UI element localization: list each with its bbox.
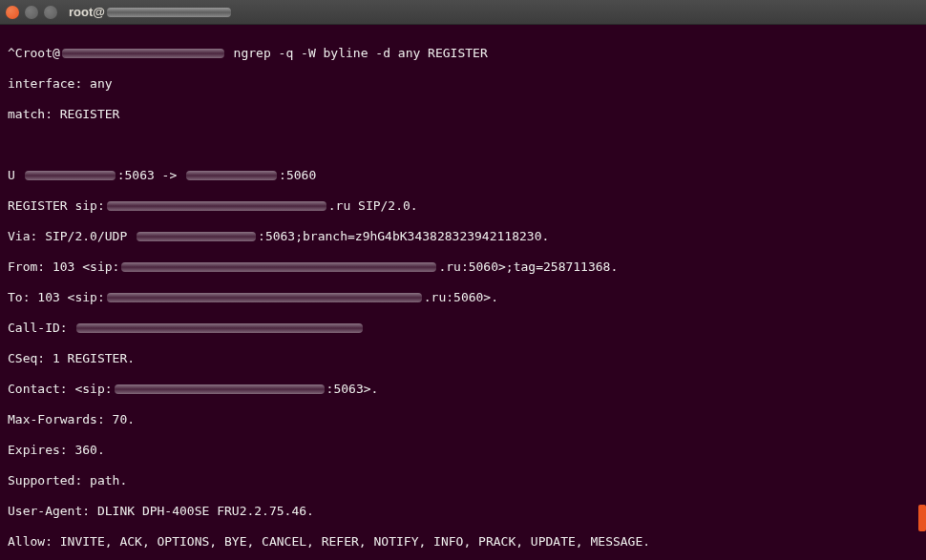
- window-title: root@: [69, 5, 233, 19]
- scrollbar-thumb[interactable]: [918, 505, 926, 531]
- terminal-line: User-Agent: DLINK DPH-400SE FRU2.2.75.46…: [8, 504, 918, 519]
- terminal-line: To: 103 <sip:.ru:5060>.: [8, 290, 918, 305]
- terminal-output[interactable]: ^Croot@ ngrep -q -W byline -d any REGIST…: [0, 25, 926, 560]
- window-titlebar: root@: [0, 0, 926, 25]
- terminal-line: From: 103 <sip:.ru:5060>;tag=258711368.: [8, 259, 918, 275]
- terminal-line: Supported: path.: [8, 473, 918, 488]
- terminal-line: [8, 137, 918, 153]
- terminal-line: Expires: 360.: [8, 443, 918, 458]
- terminal-line: interface: any: [8, 76, 918, 92]
- close-icon[interactable]: [6, 6, 19, 19]
- terminal-line: Allow: INVITE, ACK, OPTIONS, BYE, CANCEL…: [8, 534, 918, 550]
- terminal-line: ^Croot@ ngrep -q -W byline -d any REGIST…: [8, 46, 918, 61]
- terminal-line: CSeq: 1 REGISTER.: [8, 351, 918, 366]
- maximize-icon[interactable]: [44, 6, 57, 19]
- terminal-line: U :5063 -> :5060: [8, 168, 918, 183]
- terminal-line: match: REGISTER: [8, 107, 918, 122]
- terminal-line: Via: SIP/2.0/UDP :5063;branch=z9hG4bK343…: [8, 229, 918, 244]
- terminal-line: Contact: <sip::5063>.: [8, 382, 918, 397]
- minimize-icon[interactable]: [25, 6, 38, 19]
- terminal-line: Max-Forwards: 70.: [8, 412, 918, 427]
- terminal-line: Call-ID:: [8, 321, 918, 336]
- terminal-line: REGISTER sip:.ru SIP/2.0.: [8, 198, 918, 214]
